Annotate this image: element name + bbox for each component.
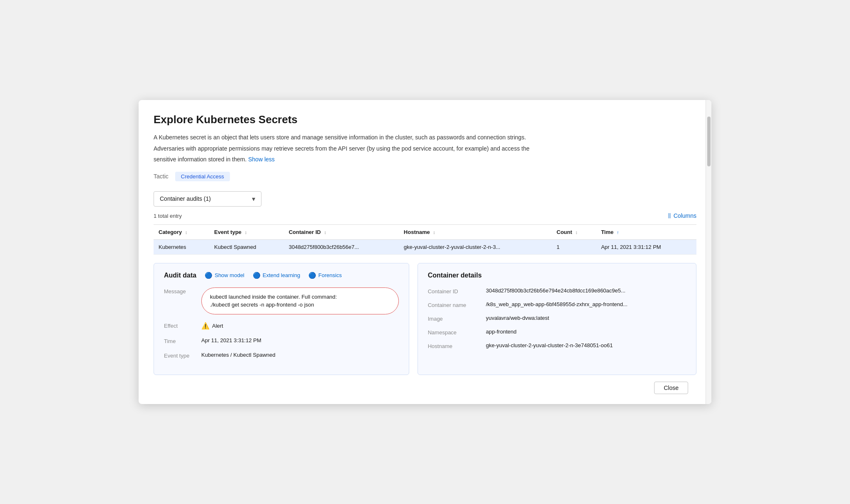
container-panel: Container details Container ID 3048d275f… — [418, 263, 696, 375]
show-model-icon: 🔵 — [205, 272, 212, 279]
container-namespace-value: app-frontend — [486, 329, 686, 335]
sort-icon-category: ↕ — [185, 230, 188, 235]
cell-count: 1 — [552, 239, 596, 254]
description-line2: Adversaries with appropriate permissions… — [154, 144, 696, 153]
audit-effect-value: ⚠️ Alert — [201, 322, 399, 330]
cell-time: Apr 11, 2021 3:31:12 PM — [596, 239, 696, 254]
columns-label: Columns — [674, 212, 696, 219]
audit-effect-row: Effect ⚠️ Alert — [164, 322, 399, 330]
audit-event-type-row: Event type Kubernetes / Kubectl Spawned — [164, 352, 399, 359]
container-audits-dropdown[interactable]: Container audits (1) ▾ — [154, 191, 261, 207]
container-image-value: yuvalavra/web-dvwa:latest — [486, 315, 686, 321]
forensics-icon: 🔵 — [308, 272, 316, 279]
container-panel-title: Container details — [428, 272, 482, 279]
close-button[interactable]: Close — [654, 382, 688, 394]
cell-container-id: 3048d275f800b3cf26b56e7... — [284, 239, 399, 254]
show-less-link[interactable]: Show less — [248, 156, 275, 163]
alert-icon: ⚠️ — [201, 322, 210, 330]
audit-panel: Audit data 🔵 Show model 🔵 Extend learnin… — [154, 263, 409, 375]
table-row[interactable]: Kubernetes Kubectl Spawned 3048d275f800b… — [154, 239, 696, 254]
extend-learning-action[interactable]: 🔵 Extend learning — [253, 272, 300, 279]
close-button-row: Close — [154, 382, 696, 394]
container-name-value: /k8s_web_app_web-app-6bf458955d-zxhrx_ap… — [486, 301, 686, 307]
audit-message-row: Message kubectl launched inside the cont… — [164, 287, 399, 314]
audit-message-field: Message — [164, 287, 201, 295]
alert-text: Alert — [212, 323, 223, 329]
audit-event-type-value: Kubernetes / Kubectl Spawned — [201, 352, 399, 358]
th-event-type[interactable]: Event type ↕ — [209, 224, 284, 239]
dropdown-label: Container audits (1) — [160, 195, 211, 202]
page-title: Explore Kubernetes Secrets — [154, 113, 696, 126]
th-hostname[interactable]: Hostname ↕ — [399, 224, 552, 239]
container-namespace-row: Namespace app-frontend — [428, 329, 686, 336]
audit-panel-title: Audit data — [164, 272, 196, 279]
audit-effect-field: Effect — [164, 322, 201, 329]
th-time[interactable]: Time ↑ — [596, 224, 696, 239]
scrollbar-thumb — [707, 117, 711, 166]
th-container-id[interactable]: Container ID ↕ — [284, 224, 399, 239]
description-line3: sensitive information stored in them. Sh… — [154, 155, 696, 164]
cell-event-type: Kubectl Spawned — [209, 239, 284, 254]
audit-time-row: Time Apr 11, 2021 3:31:12 PM — [164, 337, 399, 344]
tactic-row: Tactic Credential Access — [154, 172, 696, 181]
audit-event-type-field: Event type — [164, 352, 201, 359]
container-image-field: Image — [428, 315, 486, 322]
message-bubble: kubectl launched inside the container. F… — [201, 287, 399, 314]
scrollbar[interactable] — [706, 100, 711, 404]
extend-learning-label: Extend learning — [263, 272, 300, 278]
total-entry-text: 1 total entry — [154, 213, 182, 219]
dropdown-arrow-icon: ▾ — [252, 195, 255, 203]
extend-learning-icon: 🔵 — [253, 272, 261, 279]
container-panel-header: Container details — [428, 272, 686, 279]
th-count[interactable]: Count ↕ — [552, 224, 596, 239]
container-hostname-value: gke-yuval-cluster-2-yuval-cluster-2-n-3e… — [486, 342, 686, 348]
alert-badge: ⚠️ Alert — [201, 322, 399, 330]
audit-table: Category ↕ Event type ↕ Container ID ↕ H… — [154, 224, 696, 255]
columns-button[interactable]: ⫴ Columns — [668, 212, 696, 220]
container-hostname-row: Hostname gke-yuval-cluster-2-yuval-clust… — [428, 342, 686, 349]
sort-icon-event-type: ↕ — [244, 230, 247, 235]
th-category[interactable]: Category ↕ — [154, 224, 209, 239]
cell-hostname: gke-yuval-cluster-2-yuval-cluster-2-n-3.… — [399, 239, 552, 254]
container-id-value: 3048d275f800b3cf26b56e794e24cb8fdcc169e8… — [486, 287, 686, 294]
show-model-action[interactable]: 🔵 Show model — [205, 272, 244, 279]
audit-panel-header: Audit data 🔵 Show model 🔵 Extend learnin… — [164, 272, 399, 279]
forensics-label: Forensics — [318, 272, 342, 278]
container-name-row: Container name /k8s_web_app_web-app-6bf4… — [428, 301, 686, 308]
show-model-label: Show model — [215, 272, 244, 278]
audit-time-value: Apr 11, 2021 3:31:12 PM — [201, 337, 399, 343]
columns-icon: ⫴ — [668, 212, 671, 220]
total-entry-row: 1 total entry ⫴ Columns — [154, 212, 696, 220]
explore-modal: Explore Kubernetes Secrets A Kubernetes … — [139, 100, 711, 404]
sort-icon-container-id: ↕ — [324, 230, 327, 235]
sort-icon-count: ↕ — [575, 230, 578, 235]
forensics-action[interactable]: 🔵 Forensics — [308, 272, 342, 279]
audit-time-field: Time — [164, 337, 201, 344]
container-name-field: Container name — [428, 301, 486, 308]
table-body: Kubernetes Kubectl Spawned 3048d275f800b… — [154, 239, 696, 254]
tactic-label: Tactic — [154, 173, 169, 180]
description-line1: A Kubernetes secret is an object that le… — [154, 133, 696, 142]
table-header: Category ↕ Event type ↕ Container ID ↕ H… — [154, 224, 696, 239]
container-image-row: Image yuvalavra/web-dvwa:latest — [428, 315, 686, 322]
container-namespace-field: Namespace — [428, 329, 486, 336]
sort-icon-hostname: ↕ — [433, 230, 435, 235]
container-id-row: Container ID 3048d275f800b3cf26b56e794e2… — [428, 287, 686, 295]
container-hostname-field: Hostname — [428, 342, 486, 349]
sort-icon-time: ↑ — [617, 230, 619, 235]
container-id-field: Container ID — [428, 287, 486, 295]
tactic-badge: Credential Access — [175, 172, 230, 181]
cell-category: Kubernetes — [154, 239, 209, 254]
dropdown-row: Container audits (1) ▾ — [154, 191, 696, 207]
audit-message-value: kubectl launched inside the container. F… — [201, 287, 399, 314]
bottom-section: Audit data 🔵 Show model 🔵 Extend learnin… — [154, 263, 696, 375]
